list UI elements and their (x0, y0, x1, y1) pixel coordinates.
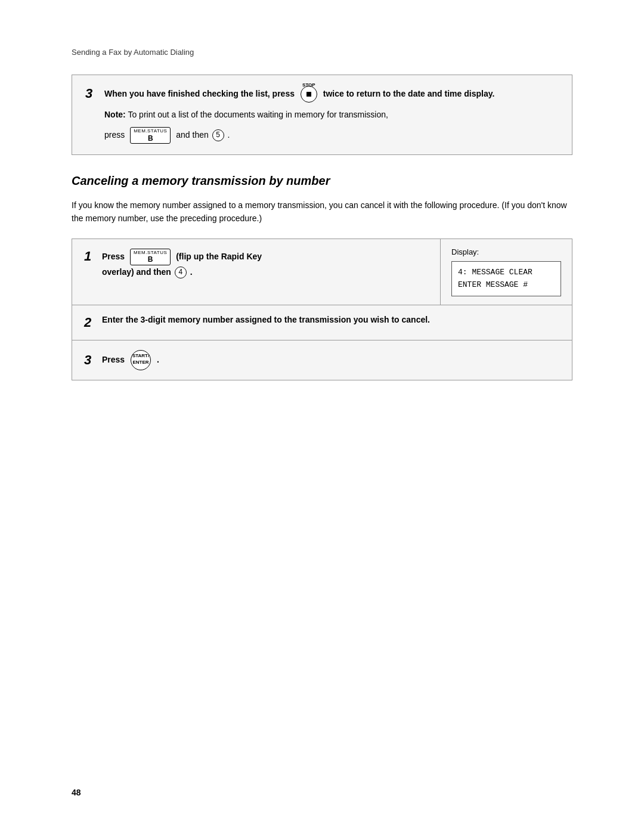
step-3-full: 3 Press START/ ENTER . (72, 340, 171, 380)
step-1-right: Display: 4: MESSAGE CLEAR ENTER MESSAGE … (441, 239, 572, 305)
top-instruction-box: 3 When you have finished checking the li… (72, 75, 572, 155)
top-step-bold-suffix: twice to return to the date and time dis… (323, 89, 495, 98)
stop-button: STOP (301, 86, 317, 103)
section-description: If you know the memory number assigned t… (72, 199, 572, 225)
step-2-full: 2 Enter the 3-digit memory number assign… (72, 305, 442, 340)
start-enter-button: START/ ENTER (131, 350, 151, 370)
step-1-content: Press MEM.STATUS B (flip up the Rapid Ke… (102, 249, 262, 280)
top-step-row: 3 When you have finished checking the li… (85, 86, 559, 144)
steps-box: 1 Press MEM.STATUS B (flip up the Rapid … (72, 239, 572, 381)
mem-status-main-label: B (148, 134, 153, 143)
step-3-press: Press (102, 355, 125, 364)
step-3-content: Press START/ ENTER . (102, 350, 159, 370)
step-1-left: 1 Press MEM.STATUS B (flip up the Rapid … (72, 239, 441, 305)
stop-label: STOP (302, 78, 315, 92)
step-1-press-label: Press (102, 251, 125, 261)
mem-status-main-1: B (148, 255, 153, 264)
step-2-row: 2 Enter the 3-digit memory number assign… (72, 305, 572, 340)
note-text: To print out a list of the documents wai… (128, 110, 388, 119)
step-2-text: Enter the 3-digit memory number assigned… (102, 315, 430, 324)
top-step-main-text: When you have finished checking the list… (104, 86, 559, 103)
mem-status-b-button-top: MEM.STATUS B (130, 127, 171, 144)
display-label: Display: (451, 247, 561, 256)
step-1-number: 1 (84, 249, 97, 264)
step-2-number: 2 (84, 315, 97, 330)
svg-rect-0 (306, 92, 311, 97)
mem-status-b-button-1: MEM.STATUS B (130, 249, 171, 265)
page-number: 48 (72, 788, 81, 797)
press-label: press (104, 130, 125, 140)
display-line-2: ENTER MESSAGE # (458, 279, 555, 292)
page: Sending a Fax by Automatic Dialing 3 Whe… (0, 0, 644, 833)
mem-status-top-1: MEM.STATUS (134, 250, 167, 256)
top-step-number: 3 (85, 86, 98, 101)
four-key: 4 (175, 267, 187, 278)
display-line-1: 4: MESSAGE CLEAR (458, 267, 555, 279)
breadcrumb-text: Sending a Fax by Automatic Dialing (72, 48, 194, 57)
top-step-bold-pre: When you have finished checking the list… (104, 89, 295, 98)
mem-status-top-label: MEM.STATUS (134, 128, 167, 134)
step-3-row: 3 Press START/ ENTER . (72, 340, 572, 380)
breadcrumb: Sending a Fax by Automatic Dialing (72, 48, 572, 57)
step-3-number: 3 (84, 352, 97, 368)
step-2-content: Enter the 3-digit memory number assigned… (102, 315, 430, 324)
step-1-row: 1 Press MEM.STATUS B (flip up the Rapid … (72, 239, 572, 306)
enter-label: ENTER (131, 360, 150, 366)
and-then-label: and then (176, 130, 209, 140)
display-box: 4: MESSAGE CLEAR ENTER MESSAGE # (451, 261, 561, 297)
five-key: 5 (212, 129, 224, 141)
top-press-line: press MEM.STATUS B and then 5 . (104, 127, 559, 144)
start-label: START/ (131, 353, 150, 359)
top-note-line: Note: To print out a list of the documen… (104, 109, 559, 121)
top-step-content: When you have finished checking the list… (104, 86, 559, 144)
step-1-overlay-text: overlay) and then (102, 267, 171, 277)
step-3-period: . (157, 355, 159, 364)
step-1-mid-text: (flip up the Rapid Key (176, 251, 262, 261)
section-heading: Canceling a memory transmission by numbe… (72, 174, 572, 188)
note-label: Note: (104, 110, 126, 119)
